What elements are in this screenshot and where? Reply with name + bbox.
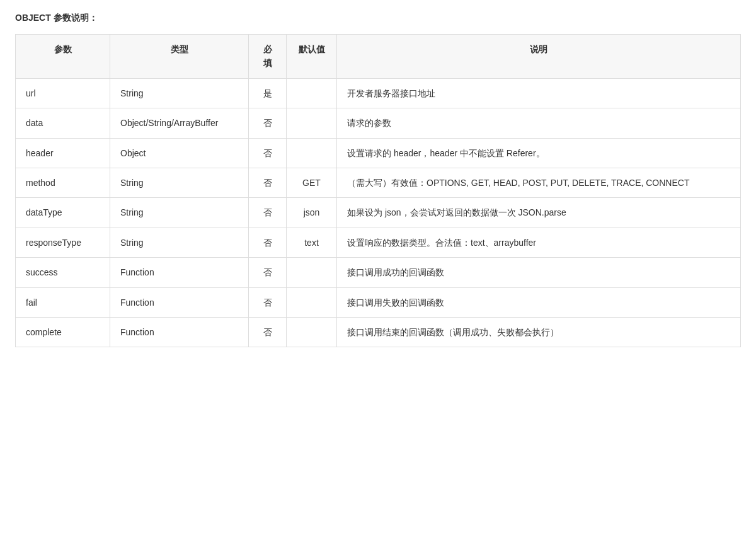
cell-default: [287, 138, 337, 168]
cell-default: json: [287, 198, 337, 228]
cell-param: success: [16, 258, 110, 287]
cell-param: url: [16, 78, 110, 108]
cell-required: 否: [249, 108, 287, 138]
cell-required: 否: [249, 287, 287, 317]
cell-param: fail: [16, 287, 110, 317]
cell-param: data: [16, 108, 110, 138]
th-description: 说明: [337, 35, 741, 79]
cell-type: String: [110, 198, 249, 228]
cell-default: [287, 287, 337, 317]
cell-required: 否: [249, 168, 287, 197]
cell-param: header: [16, 138, 110, 168]
cell-required: 否: [249, 317, 287, 347]
cell-required: 否: [249, 198, 287, 228]
cell-required: 否: [249, 258, 287, 287]
cell-description: 如果设为 json，会尝试对返回的数据做一次 JSON.parse: [337, 198, 741, 228]
cell-default: [287, 317, 337, 347]
cell-default: GET: [287, 168, 337, 197]
cell-description: （需大写）有效值：OPTIONS, GET, HEAD, POST, PUT, …: [337, 168, 741, 197]
cell-type: Function: [110, 317, 249, 347]
table-header-row: 参数 类型 必填 默认值 说明: [16, 35, 741, 79]
cell-required: 是: [249, 78, 287, 108]
cell-description: 请求的参数: [337, 108, 741, 138]
cell-default: [287, 258, 337, 287]
table-row: dataObject/String/ArrayBuffer否请求的参数: [16, 108, 741, 138]
cell-description: 开发者服务器接口地址: [337, 78, 741, 108]
cell-type: Function: [110, 258, 249, 287]
cell-description: 接口调用失败的回调函数: [337, 287, 741, 317]
table-row: dataTypeString否json如果设为 json，会尝试对返回的数据做一…: [16, 198, 741, 228]
th-param: 参数: [16, 35, 110, 79]
th-type: 类型: [110, 35, 249, 79]
cell-param: method: [16, 168, 110, 197]
cell-description: 接口调用结束的回调函数（调用成功、失败都会执行）: [337, 317, 741, 347]
th-default: 默认值: [287, 35, 337, 79]
cell-default: text: [287, 228, 337, 257]
params-table: 参数 类型 必填 默认值 说明 urlString是开发者服务器接口地址data…: [15, 34, 741, 347]
table-row: completeFunction否接口调用结束的回调函数（调用成功、失败都会执行…: [16, 317, 741, 347]
cell-required: 否: [249, 228, 287, 257]
cell-type: String: [110, 228, 249, 257]
table-row: failFunction否接口调用失败的回调函数: [16, 287, 741, 317]
cell-param: complete: [16, 317, 110, 347]
table-row: methodString否GET（需大写）有效值：OPTIONS, GET, H…: [16, 168, 741, 197]
cell-type: Object: [110, 138, 249, 168]
cell-default: [287, 78, 337, 108]
th-required: 必填: [249, 35, 287, 79]
cell-description: 设置请求的 header，header 中不能设置 Referer。: [337, 138, 741, 168]
cell-type: Object/String/ArrayBuffer: [110, 108, 249, 138]
cell-description: 接口调用成功的回调函数: [337, 258, 741, 287]
table-row: headerObject否设置请求的 header，header 中不能设置 R…: [16, 138, 741, 168]
cell-param: responseType: [16, 228, 110, 257]
cell-type: String: [110, 78, 249, 108]
cell-type: String: [110, 168, 249, 197]
cell-type: Function: [110, 287, 249, 317]
page-title: OBJECT 参数说明：: [15, 13, 741, 24]
table-row: responseTypeString否text设置响应的数据类型。合法值：tex…: [16, 228, 741, 257]
cell-param: dataType: [16, 198, 110, 228]
cell-required: 否: [249, 138, 287, 168]
table-row: urlString是开发者服务器接口地址: [16, 78, 741, 108]
cell-default: [287, 108, 337, 138]
table-row: successFunction否接口调用成功的回调函数: [16, 258, 741, 287]
cell-description: 设置响应的数据类型。合法值：text、arraybuffer: [337, 228, 741, 257]
